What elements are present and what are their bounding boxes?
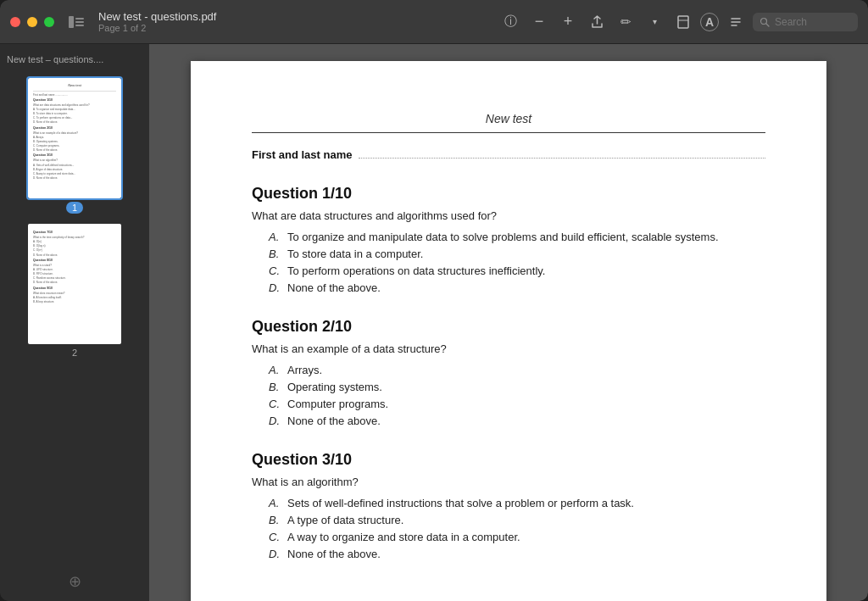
zoom-in-button[interactable]: + — [556, 10, 580, 34]
app-window: New test - questions.pdf Page 1 of 2 ⓘ −… — [0, 0, 868, 601]
circle-a-button[interactable]: A — [700, 13, 719, 31]
text-1a: To organize and manipulate data to solve… — [287, 231, 719, 243]
svg-point-6 — [761, 18, 767, 24]
pdf-viewer[interactable]: New test First and last name Question 1/… — [149, 44, 868, 601]
question-2-answers: A. Arrays. B. Operating systems. C. Comp… — [252, 364, 765, 427]
answer-2b: B. Operating systems. — [269, 381, 765, 393]
text-3d: None of the above. — [287, 548, 381, 560]
text-3c: A way to organize and store data in a co… — [287, 531, 520, 543]
text-1d: None of the above. — [287, 281, 381, 294]
question-1-text: What are data structures and algorithms … — [252, 209, 765, 222]
annotate-dropdown[interactable]: ▾ — [643, 10, 666, 34]
letter-1a: A. — [269, 231, 282, 243]
text-1b: To store data in a computer. — [287, 248, 423, 260]
question-3-text: What is an algorithm? — [252, 476, 765, 488]
title-info: New test - questions.pdf Page 1 of 2 — [98, 10, 216, 33]
question-2-text: What is an example of a data structure? — [252, 342, 765, 355]
main-area: New test – questions.... New test First … — [0, 44, 868, 601]
search-input[interactable] — [775, 16, 851, 28]
text-3b: A type of data structure. — [287, 514, 403, 526]
question-3-block: Question 3/10 What is an algorithm? A. S… — [252, 451, 765, 560]
zoom-out-button[interactable]: − — [527, 10, 551, 34]
svg-rect-1 — [75, 18, 84, 19]
answer-1a: A. To organize and manipulate data to so… — [269, 231, 765, 243]
text-2b: Operating systems. — [287, 381, 382, 393]
letter-3a: A. — [269, 497, 282, 509]
letter-2c: C. — [269, 398, 282, 410]
pdf-divider — [252, 132, 765, 133]
svg-line-7 — [766, 24, 769, 26]
sidebar-toggle-button[interactable] — [64, 13, 88, 31]
letter-3d: D. — [269, 548, 282, 560]
question-1-block: Question 1/10 What are data structures a… — [252, 185, 765, 294]
letter-3c: C. — [269, 531, 282, 543]
annotate-button[interactable]: ✏ — [614, 10, 637, 34]
question-1-title: Question 1/10 — [252, 185, 765, 203]
answer-1c: C. To perform operations on data structu… — [269, 264, 765, 277]
page-2-container: Question 7/10 What is the time complexit… — [7, 224, 142, 358]
markup-button[interactable] — [724, 10, 748, 34]
question-3-answers: A. Sets of well-defined instructions tha… — [252, 497, 765, 560]
page-2-thumbnail[interactable]: Question 7/10 What is the time complexit… — [28, 224, 121, 344]
titlebar: New test - questions.pdf Page 1 of 2 ⓘ −… — [0, 0, 868, 44]
traffic-lights — [10, 17, 54, 27]
question-3-title: Question 3/10 — [252, 451, 765, 469]
svg-rect-2 — [75, 21, 84, 23]
answer-3c: C. A way to organize and store data in a… — [269, 531, 765, 543]
document-filename: New test - questions.pdf — [98, 10, 216, 23]
svg-rect-4 — [678, 16, 688, 28]
page-info: Page 1 of 2 — [98, 23, 216, 33]
answer-3a: A. Sets of well-defined instructions tha… — [269, 497, 765, 509]
letter-2d: D. — [269, 415, 282, 427]
sidebar-document-label: New test – questions.... — [7, 54, 103, 64]
answer-1d: D. None of the above. — [269, 281, 765, 294]
answer-2c: C. Computer programs. — [269, 398, 765, 410]
pdf-document-title: New test — [252, 112, 765, 125]
page-1-container: New test First and last name ...........… — [7, 78, 142, 214]
letter-2b: B. — [269, 381, 282, 393]
bookmark-button[interactable] — [671, 10, 695, 34]
pdf-page: New test First and last name Question 1/… — [191, 61, 826, 601]
question-2-block: Question 2/10 What is an example of a da… — [252, 318, 765, 427]
answer-2a: A. Arrays. — [269, 364, 765, 376]
add-page-button[interactable]: ⊕ — [69, 572, 81, 591]
name-label: First and last name — [252, 148, 352, 161]
info-icon[interactable]: ⓘ — [498, 10, 522, 34]
sidebar: New test – questions.... New test First … — [0, 44, 149, 601]
letter-1d: D. — [269, 281, 282, 294]
search-box[interactable] — [753, 13, 858, 31]
maximize-button[interactable] — [44, 17, 54, 27]
question-2-title: Question 2/10 — [252, 318, 765, 336]
answer-3b: B. A type of data structure. — [269, 514, 765, 526]
toolbar-tools: ⓘ − + ✏ ▾ A — [498, 10, 858, 34]
answer-3d: D. None of the above. — [269, 548, 765, 560]
text-3a: Sets of well-defined instructions that s… — [287, 497, 634, 509]
share-button[interactable] — [585, 10, 609, 34]
page-1-number: 1 — [66, 202, 83, 214]
letter-2a: A. — [269, 364, 282, 376]
page-2-number: 2 — [72, 348, 77, 358]
close-button[interactable] — [10, 17, 20, 27]
svg-rect-3 — [75, 25, 84, 26]
name-line: First and last name — [252, 147, 765, 161]
letter-1b: B. — [269, 248, 282, 260]
answer-2d: D. None of the above. — [269, 415, 765, 427]
letter-1c: C. — [269, 264, 282, 277]
titlebar-center: New test - questions.pdf Page 1 of 2 — [64, 10, 498, 33]
page-1-thumbnail[interactable]: New test First and last name ...........… — [28, 78, 121, 198]
name-dots — [359, 147, 765, 159]
minimize-button[interactable] — [27, 17, 37, 27]
question-1-answers: A. To organize and manipulate data to so… — [252, 231, 765, 294]
text-1c: To perform operations on data structures… — [287, 264, 545, 277]
text-2d: None of the above. — [287, 415, 381, 427]
svg-rect-0 — [69, 16, 74, 28]
text-2a: Arrays. — [287, 364, 322, 376]
answer-1b: B. To store data in a computer. — [269, 248, 765, 260]
text-2c: Computer programs. — [287, 398, 388, 410]
letter-3b: B. — [269, 514, 282, 526]
